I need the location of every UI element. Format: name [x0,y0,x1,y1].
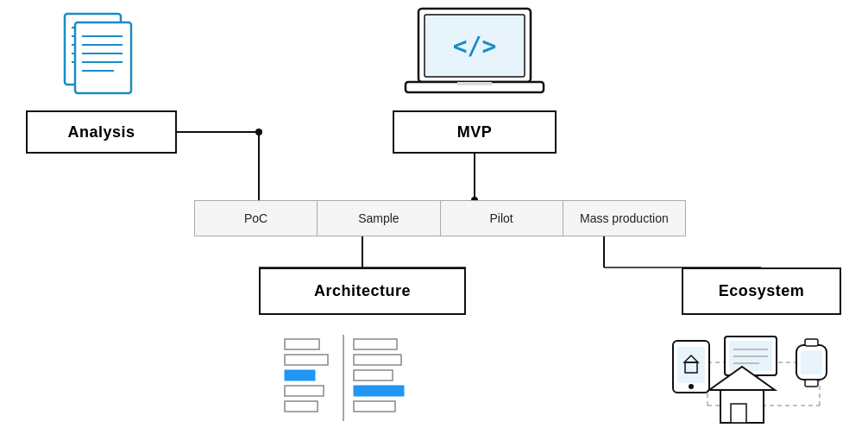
architecture-box: Architecture [259,267,466,315]
pipeline-mass-production: Mass production [563,201,685,236]
svg-rect-49 [677,347,705,383]
svg-rect-39 [285,370,315,381]
svg-rect-37 [285,339,319,349]
svg-rect-43 [354,355,401,365]
analysis-box: Analysis [26,110,177,154]
pipeline-pilot: Pilot [441,201,563,236]
svg-rect-42 [354,339,397,349]
svg-point-2 [255,129,262,135]
architecture-label: Architecture [314,282,411,300]
mvp-laptop-icon: </> [393,4,557,104]
architecture-diagram-icon [276,335,449,421]
svg-rect-41 [285,401,318,412]
svg-rect-40 [285,386,324,396]
pipeline-bar: PoC Sample Pilot Mass production [194,200,686,236]
svg-text:</>: </> [453,32,497,60]
analysis-document-icon [47,7,151,102]
svg-rect-38 [285,355,328,365]
svg-rect-36 [457,82,492,85]
pipeline-sample: Sample [318,201,440,236]
svg-rect-62 [805,339,818,346]
svg-rect-45 [354,386,404,396]
ecosystem-label: Ecosystem [719,282,805,300]
ecosystem-icons [669,328,859,431]
canvas: </> Analysis MVP PoC Sample Pilot Mass p… [0,0,868,434]
svg-rect-44 [354,370,393,381]
svg-rect-61 [801,350,822,374]
svg-rect-46 [354,401,395,412]
svg-rect-67 [731,404,746,423]
pipeline-poc: PoC [195,201,318,236]
mvp-box: MVP [393,110,557,154]
ecosystem-box: Ecosystem [682,267,841,315]
svg-point-50 [689,384,694,389]
analysis-label: Analysis [67,123,135,142]
svg-rect-63 [805,380,818,387]
svg-rect-26 [75,22,131,93]
mvp-label: MVP [457,123,493,142]
